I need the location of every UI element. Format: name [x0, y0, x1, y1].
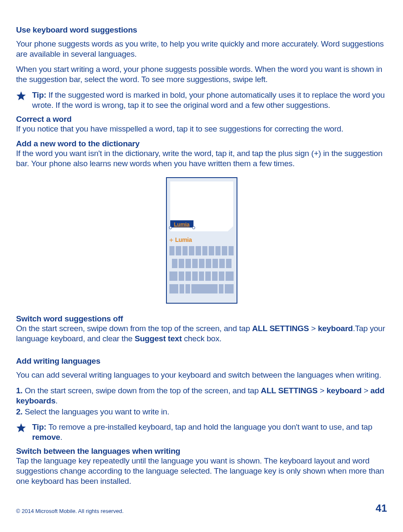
heading-add-word: Add a new word to the dictionary — [16, 139, 387, 148]
bold-text: ALL SETTINGS — [261, 386, 317, 395]
tip-block: Tip: To remove a pre-installed keyboard,… — [16, 422, 387, 442]
suggestion-word: Lumia — [175, 236, 192, 243]
text: . — [60, 433, 62, 442]
paragraph: On the start screen, swipe down from the… — [16, 324, 387, 344]
paragraph: If the word you want isn't in the dictio… — [16, 148, 387, 169]
tip-block: Tip: If the suggested word is marked in … — [16, 90, 387, 110]
page-footer: © 2014 Microsoft Mobile. All rights rese… — [16, 502, 387, 514]
selected-word-text: Lumia — [174, 221, 190, 228]
page-number: 41 — [376, 502, 387, 514]
text: > — [309, 324, 318, 333]
keyboard-illustration — [169, 246, 234, 293]
tip-text: Tip: To remove a pre-installed keyboard,… — [32, 422, 387, 442]
bold-text: keyboard — [327, 386, 362, 395]
paragraph: Your phone suggests words as you write, … — [16, 39, 387, 59]
step-number: 1. — [16, 386, 22, 395]
step-2: 2. Select the languages you want to writ… — [16, 407, 387, 417]
svg-marker-0 — [16, 91, 26, 100]
paragraph: You can add several writing languages to… — [16, 370, 387, 380]
heading-use-suggestions: Use keyboard word suggestions — [16, 25, 387, 35]
paragraph: Tap the language key repeatedly until th… — [16, 456, 387, 486]
tip-label: Tip: — [32, 422, 46, 431]
step-number: 2. — [16, 407, 22, 416]
tip-body: To remove a pre-installed keyboard, tap … — [46, 422, 373, 431]
bold-text: Suggest text — [135, 334, 182, 343]
tip-text: Tip: If the suggested word is marked in … — [32, 90, 387, 110]
selected-word: Lumia — [170, 220, 193, 228]
heading-add-languages: Add writing languages — [16, 356, 387, 366]
paragraph: If you notice that you have misspelled a… — [16, 124, 387, 134]
svg-marker-1 — [16, 423, 26, 432]
bold-text: keyboard — [318, 324, 353, 333]
copyright: © 2014 Microsoft Mobile. All rights rese… — [16, 508, 124, 514]
text: On the start screen, swipe down from the… — [22, 386, 261, 395]
plus-icon: + — [169, 236, 174, 244]
star-icon — [16, 423, 26, 433]
star-icon — [16, 91, 26, 101]
tip-body: If the suggested word is marked in bold,… — [32, 90, 385, 110]
selection-handle-left — [169, 226, 172, 229]
paragraph: When you start writing a word, your phon… — [16, 64, 387, 85]
phone-illustration: Lumia + Lumia — [166, 177, 237, 304]
text: . — [55, 396, 57, 405]
bold-text: ALL SETTINGS — [252, 324, 309, 333]
selection-handle-right — [192, 226, 195, 229]
text: > — [318, 386, 327, 395]
step-1: 1. On the start screen, swipe down from … — [16, 386, 387, 406]
text: On the start screen, swipe down from the… — [16, 324, 252, 333]
page: Use keyboard word suggestions Your phone… — [0, 0, 403, 532]
suggestion-bar: + Lumia — [169, 235, 235, 245]
heading-switch-languages: Switch between the languages when writin… — [16, 447, 387, 456]
tip-label: Tip: — [32, 90, 46, 99]
text: > — [362, 386, 370, 395]
text: Select the languages you want to write i… — [22, 407, 169, 416]
text: check box. — [182, 334, 221, 343]
bold-text: remove — [32, 433, 60, 442]
heading-correct-word: Correct a word — [16, 115, 387, 124]
heading-switch-off: Switch word suggestions off — [16, 314, 387, 324]
